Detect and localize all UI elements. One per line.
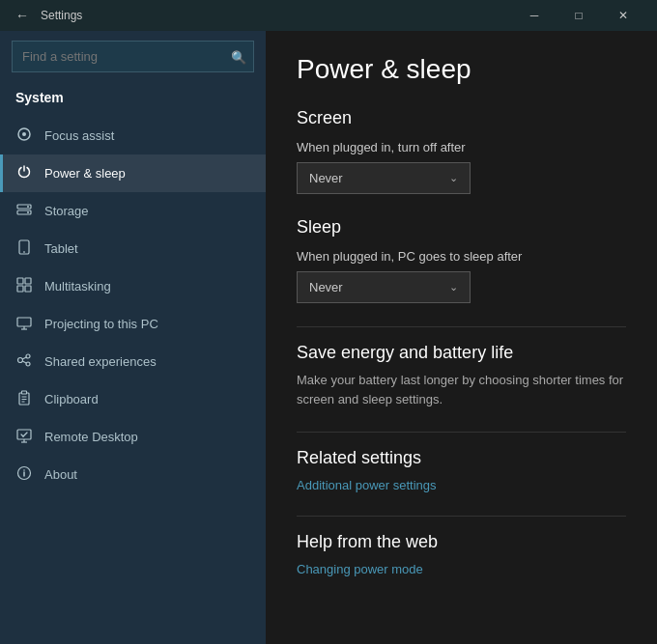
sidebar-item-focus-assist[interactable]: Focus assist — [0, 117, 266, 154]
main-content: Power & sleep Screen When plugged in, tu… — [266, 31, 657, 644]
svg-rect-8 — [17, 278, 23, 284]
tablet-label: Tablet — [44, 241, 78, 256]
sidebar-item-multitasking[interactable]: Multitasking — [0, 267, 266, 305]
titlebar: ← Settings ─ □ ✕ — [0, 0, 657, 31]
svg-point-16 — [26, 354, 30, 358]
sidebar-item-storage[interactable]: Storage — [0, 192, 266, 230]
sidebar: 🔍 System Focus assist Power & sleep — [0, 31, 266, 644]
content-area: 🔍 System Focus assist Power & sleep — [0, 31, 657, 644]
sidebar-item-remote-desktop[interactable]: Remote Desktop — [0, 418, 266, 456]
screen-dropdown-arrow: ⌄ — [449, 172, 458, 184]
shared-experiences-icon — [15, 352, 33, 371]
sidebar-item-shared-experiences[interactable]: Shared experiences — [0, 343, 266, 380]
minimize-button[interactable]: ─ — [512, 0, 557, 31]
svg-point-32 — [23, 469, 25, 471]
system-label: System — [0, 82, 266, 117]
svg-line-18 — [22, 357, 26, 359]
tablet-icon — [15, 239, 33, 258]
about-label: About — [44, 467, 77, 482]
window-controls: ─ □ ✕ — [512, 0, 645, 31]
svg-point-15 — [18, 358, 23, 363]
search-input[interactable] — [12, 41, 254, 72]
changing-power-mode-link[interactable]: Changing power mode — [297, 562, 626, 576]
sidebar-item-projecting[interactable]: Projecting to this PC — [0, 305, 266, 343]
svg-rect-9 — [25, 278, 31, 284]
focus-assist-label: Focus assist — [44, 128, 114, 143]
svg-point-5 — [27, 211, 29, 213]
remote-desktop-label: Remote Desktop — [44, 430, 138, 444]
screen-label: When plugged in, turn off after — [297, 140, 626, 154]
clipboard-label: Clipboard — [44, 392, 99, 406]
multitasking-icon — [15, 277, 33, 295]
svg-rect-12 — [17, 318, 31, 326]
screen-dropdown[interactable]: Never ⌄ — [297, 162, 471, 194]
window-title: Settings — [41, 9, 82, 22]
screen-section-title: Screen — [297, 108, 626, 128]
svg-point-1 — [22, 132, 26, 136]
additional-power-settings-link[interactable]: Additional power settings — [297, 478, 626, 492]
energy-description: Make your battery last longer by choosin… — [297, 371, 626, 408]
focus-assist-icon — [15, 126, 33, 145]
sleep-dropdown[interactable]: Never ⌄ — [297, 271, 471, 303]
search-wrapper: 🔍 — [12, 41, 254, 72]
storage-icon — [15, 202, 33, 220]
sleep-dropdown-arrow: ⌄ — [449, 281, 458, 294]
multitasking-label: Multitasking — [44, 279, 111, 294]
storage-label: Storage — [44, 204, 89, 218]
sidebar-item-power-sleep[interactable]: Power & sleep — [0, 154, 266, 192]
svg-rect-11 — [25, 286, 31, 292]
search-container: 🔍 — [0, 31, 266, 82]
sleep-section-title: Sleep — [297, 217, 626, 238]
energy-title: Save energy and battery life — [297, 343, 626, 363]
svg-point-4 — [27, 206, 29, 208]
sidebar-item-about[interactable]: About — [0, 456, 266, 493]
back-button[interactable]: ← — [12, 4, 33, 27]
svg-line-19 — [22, 361, 26, 363]
section-divider-3 — [297, 516, 626, 517]
sleep-label: When plugged in, PC goes to sleep after — [297, 249, 626, 264]
svg-rect-25 — [17, 430, 31, 439]
section-divider-1 — [297, 326, 626, 327]
sleep-dropdown-value: Never — [309, 280, 343, 294]
help-title: Help from the web — [297, 532, 626, 552]
shared-experiences-label: Shared experiences — [44, 354, 157, 369]
svg-line-29 — [23, 433, 27, 436]
projecting-label: Projecting to this PC — [44, 317, 158, 331]
page-title: Power & sleep — [297, 54, 626, 85]
sidebar-item-tablet[interactable]: Tablet — [0, 230, 266, 267]
close-button[interactable]: ✕ — [601, 0, 645, 31]
svg-rect-10 — [17, 286, 23, 292]
svg-rect-21 — [22, 391, 27, 394]
maximize-button[interactable]: □ — [557, 0, 601, 31]
power-icon — [15, 164, 33, 182]
remote-desktop-icon — [15, 428, 33, 446]
section-divider-2 — [297, 432, 626, 433]
projecting-icon — [15, 315, 33, 333]
sidebar-item-clipboard[interactable]: Clipboard — [0, 380, 266, 418]
about-icon — [15, 465, 33, 484]
screen-dropdown-value: Never — [309, 171, 343, 185]
svg-point-17 — [26, 362, 30, 366]
clipboard-icon — [15, 390, 33, 408]
settings-window: ← Settings ─ □ ✕ 🔍 System Focus assist — [0, 0, 657, 644]
related-title: Related settings — [297, 448, 626, 468]
power-sleep-label: Power & sleep — [44, 166, 126, 181]
